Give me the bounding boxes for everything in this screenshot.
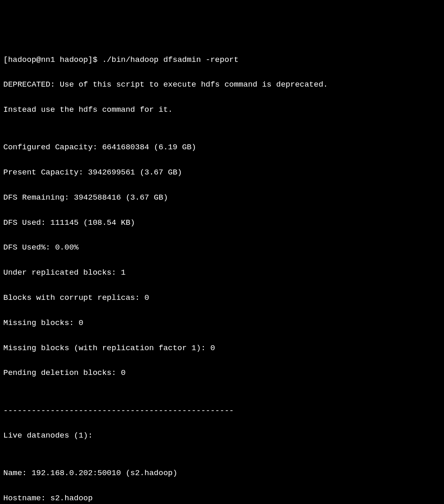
output-line: Pending deletion blocks: 0 [3, 367, 441, 379]
output-line: Configured Capacity: 6641680384 (6.19 GB… [3, 141, 441, 153]
output-line: DFS Used%: 0.00% [3, 241, 441, 254]
output-line: DEPRECATED: Use of this script to execut… [3, 78, 441, 91]
output-line: Instead use the hdfs command for it. [3, 104, 441, 116]
output-line: Name: 192.168.0.202:50010 (s2.hadoop) [3, 467, 441, 479]
output-line: Present Capacity: 3942699561 (3.67 GB) [3, 166, 441, 179]
output-line: DFS Used: 111145 (108.54 KB) [3, 217, 441, 229]
output-line: Under replicated blocks: 1 [3, 266, 441, 279]
output-line: Hostname: s2.hadoop [3, 492, 441, 504]
output-line: DFS Remaining: 3942588416 (3.67 GB) [3, 191, 441, 204]
output-line: Missing blocks (with replication factor … [3, 342, 441, 354]
command-line[interactable]: [hadoop@nn1 hadoop]$ ./bin/hadoop dfsadm… [3, 54, 441, 66]
output-separator: ----------------------------------------… [3, 405, 441, 417]
command-text: ./bin/hadoop dfsadmin -report [102, 55, 239, 64]
output-line: Live datanodes (1): [3, 429, 441, 442]
shell-prompt: [hadoop@nn1 hadoop]$ [3, 55, 102, 64]
output-line: Missing blocks: 0 [3, 317, 441, 329]
output-line: Blocks with corrupt replicas: 0 [3, 292, 441, 304]
